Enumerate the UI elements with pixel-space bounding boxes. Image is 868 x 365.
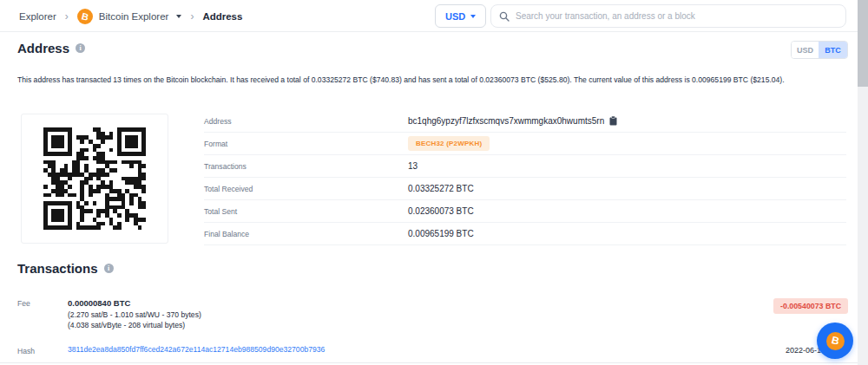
table-row-total-sent: Total Sent 0.02360073 BTC xyxy=(204,200,846,223)
row-label: Address xyxy=(204,117,408,126)
info-icon xyxy=(76,43,85,53)
chevron-right-icon: › xyxy=(190,10,194,23)
hash-label: Hash xyxy=(17,347,35,355)
bitcoin-icon xyxy=(77,9,93,24)
bitcoin-floating-button[interactable] xyxy=(817,323,853,359)
address-section-title: Address xyxy=(17,41,85,55)
fee-details: 0.00000840 BTC (2.270 sat/B - 1.010 sat/… xyxy=(68,298,201,329)
amount-delta-badge: -0.00540073 BTC xyxy=(773,298,848,314)
row-label: Format xyxy=(204,140,408,148)
bitcoin-icon xyxy=(826,332,845,350)
toggle-btc-button[interactable]: BTC xyxy=(819,42,847,58)
table-row-format: Format BECH32 (P2WPKH) xyxy=(204,133,846,155)
table-row-transactions: Transactions 13 xyxy=(204,155,846,178)
transactions-title: Transactions xyxy=(17,261,98,276)
chevron-down-icon xyxy=(176,15,181,18)
breadcrumb-current-page: Address xyxy=(202,11,242,22)
breadcrumb-coin-dropdown[interactable]: Bitcoin Explorer xyxy=(77,9,182,24)
top-nav: Explorer › Bitcoin Explorer › Address US… xyxy=(0,0,858,32)
final-balance-value: 0.00965199 BTC xyxy=(408,229,474,238)
fee-virtual-detail: (4.038 sat/vByte - 208 virtual bytes) xyxy=(68,321,201,329)
breadcrumb: Explorer › Bitcoin Explorer › Address xyxy=(19,0,242,32)
scrollbar-thumb[interactable] xyxy=(858,0,868,87)
transactions-section-title: Transactions xyxy=(17,261,114,276)
bitcoin-explorer-address-page: Explorer › Bitcoin Explorer › Address US… xyxy=(0,0,868,365)
section-divider xyxy=(0,362,858,363)
address-summary-text: This address has transacted 13 times on … xyxy=(17,75,844,84)
table-row-final-balance: Final Balance 0.00965199 BTC xyxy=(204,223,846,245)
transactions-count: 13 xyxy=(408,161,418,171)
address-value: bc1qhg6ypzyf7lzfxscmqvs7xwmmgkax0hwumts5… xyxy=(408,116,604,126)
row-label: Total Sent xyxy=(204,207,408,216)
page-title: Address xyxy=(17,41,69,55)
breadcrumb-coin-label: Bitcoin Explorer xyxy=(99,11,169,22)
row-label: Transactions xyxy=(204,162,408,171)
breadcrumb-explorer-link[interactable]: Explorer xyxy=(19,11,56,22)
format-badge: BECH32 (P2WPKH) xyxy=(408,136,490,151)
toggle-usd-button[interactable]: USD xyxy=(792,42,819,58)
fee-weight-detail: (2.270 sat/B - 1.010 sat/WU - 370 bytes) xyxy=(68,310,201,319)
search-input[interactable] xyxy=(516,11,838,21)
fee-label: Fee xyxy=(17,299,30,308)
total-sent-value: 0.02360073 BTC xyxy=(408,206,474,216)
chevron-right-icon: › xyxy=(65,10,69,23)
search-icon xyxy=(499,11,510,22)
row-label: Final Balance xyxy=(204,230,408,238)
row-label: Total Received xyxy=(204,185,408,193)
total-received-value: 0.03325272 BTC xyxy=(408,184,474,193)
fee-btc-value: 0.00000840 BTC xyxy=(68,298,201,308)
info-icon xyxy=(104,264,114,273)
chevron-down-icon xyxy=(470,15,476,18)
search-bar xyxy=(490,4,846,28)
qr-code-box xyxy=(21,114,168,244)
currency-dropdown-label: USD xyxy=(445,11,465,22)
currency-dropdown[interactable]: USD xyxy=(435,4,486,28)
copy-icon[interactable] xyxy=(609,116,617,126)
table-row-address: Address bc1qhg6ypzyf7lzfxscmqvs7xwmmgkax… xyxy=(204,110,846,133)
unit-toggle: USD BTC xyxy=(791,41,848,59)
table-row-total-received: Total Received 0.03325272 BTC xyxy=(204,178,846,200)
address-details-table: Address bc1qhg6ypzyf7lzfxscmqvs7xwmmgkax… xyxy=(204,110,846,245)
qr-code xyxy=(43,127,146,230)
transaction-hash-link[interactable]: 3811de2ea8da850fd7ff6ced242a672e114ac127… xyxy=(68,345,325,354)
